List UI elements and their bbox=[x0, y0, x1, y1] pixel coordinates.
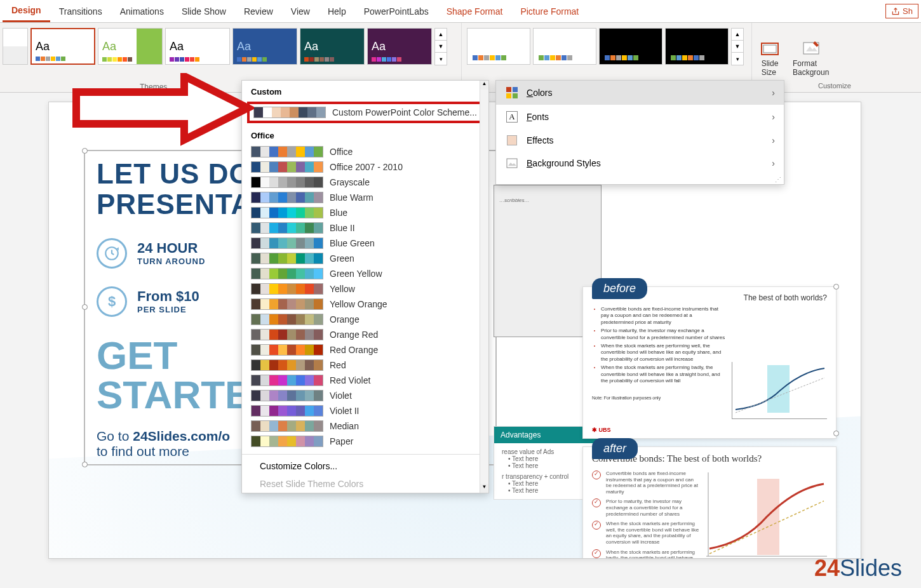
tab-review[interactable]: Review bbox=[235, 1, 282, 22]
slide-size-icon bbox=[760, 39, 780, 59]
theme-thumb-partial[interactable] bbox=[3, 28, 28, 65]
color-scheme-blue-green[interactable]: Blue Green bbox=[242, 236, 488, 251]
before-card[interactable]: before The best of both worlds? Converti… bbox=[582, 286, 837, 439]
before-badge: before bbox=[592, 278, 647, 299]
color-scheme-grayscale[interactable]: Grayscale bbox=[242, 175, 488, 190]
office-section: Office bbox=[242, 124, 488, 144]
themes-scroll-up[interactable]: ▲ bbox=[435, 29, 447, 41]
share-button[interactable]: Sh bbox=[885, 4, 918, 18]
variants-bg-styles[interactable]: Background Styles › bbox=[496, 152, 784, 175]
tab-view[interactable]: View bbox=[282, 1, 319, 22]
variant-4[interactable] bbox=[665, 28, 729, 65]
ribbon-tabs: Design Transitions Animations Slide Show… bbox=[0, 0, 921, 23]
variants-effects[interactable]: Effects › bbox=[496, 129, 784, 152]
theme-thumb-4[interactable]: Aa bbox=[232, 28, 297, 65]
tab-transitions[interactable]: Transitions bbox=[50, 1, 111, 22]
theme-thumb-6[interactable]: Aa bbox=[367, 28, 432, 65]
clock-icon bbox=[97, 238, 127, 269]
theme-thumb-3[interactable]: Aa bbox=[165, 28, 230, 65]
color-scheme-median[interactable]: Median bbox=[242, 418, 488, 434]
color-menu-scrollbar[interactable]: ▲ ▼ bbox=[480, 81, 488, 493]
fonts-icon: A bbox=[506, 111, 517, 123]
custom-scheme-highlighted[interactable]: Custom PowerPoint Color Scheme... bbox=[247, 102, 483, 123]
themes-more[interactable]: ▾ bbox=[435, 53, 447, 65]
color-scheme-yellow[interactable]: Yellow bbox=[242, 281, 488, 297]
color-scheme-blue[interactable]: Blue bbox=[242, 205, 488, 220]
format-background-button[interactable]: Format Backgroun bbox=[793, 39, 829, 77]
color-scheme-green[interactable]: Green bbox=[242, 251, 488, 266]
selection-handle[interactable] bbox=[82, 304, 88, 310]
svg-rect-7 bbox=[507, 159, 517, 168]
svg-rect-9 bbox=[767, 365, 790, 413]
color-scheme-violet[interactable]: Violet bbox=[242, 388, 488, 403]
chevron-right-icon: › bbox=[772, 88, 775, 98]
tab-design[interactable]: Design bbox=[3, 0, 50, 22]
chevron-right-icon: › bbox=[772, 158, 775, 168]
tab-pptlabs[interactable]: PowerPointLabs bbox=[355, 1, 438, 22]
after-bullets: Convertible bonds are fixed-income instr… bbox=[592, 471, 700, 559]
color-scheme-red-violet[interactable]: Red Violet bbox=[242, 373, 488, 388]
tab-slideshow[interactable]: Slide Show bbox=[173, 1, 235, 22]
after-chart bbox=[706, 472, 827, 559]
variant-3[interactable] bbox=[599, 28, 662, 65]
variants-scroll-down[interactable]: ▼ bbox=[732, 41, 743, 53]
customize-label: Customize bbox=[818, 82, 851, 90]
color-scheme-office[interactable]: Office bbox=[242, 144, 488, 159]
bg-styles-icon bbox=[506, 158, 518, 168]
color-scheme-menu: ▲ ▼ Custom Custom PowerPoint Color Schem… bbox=[241, 80, 489, 493]
after-card[interactable]: after Convertible bonds: The best of bot… bbox=[582, 446, 837, 559]
color-scheme-violet-ii[interactable]: Violet II bbox=[242, 403, 488, 418]
chevron-right-icon: › bbox=[772, 112, 775, 122]
svg-rect-3 bbox=[506, 87, 511, 92]
chevron-right-icon: › bbox=[772, 135, 775, 145]
color-scheme-red-orange[interactable]: Red Orange bbox=[242, 342, 488, 357]
24slides-logo: 24Slides bbox=[814, 555, 902, 582]
slide-size-button[interactable]: Slide Size bbox=[760, 39, 780, 77]
color-scheme-yellow-orange[interactable]: Yellow Orange bbox=[242, 297, 488, 312]
svg-rect-4 bbox=[513, 87, 518, 92]
svg-rect-10 bbox=[757, 479, 779, 555]
variants-scroll-up[interactable]: ▲ bbox=[732, 29, 743, 41]
tab-shape-format[interactable]: Shape Format bbox=[438, 1, 512, 22]
custom-section: Custom bbox=[242, 81, 488, 100]
reset-theme-colors: Reset Slide Theme Colors bbox=[242, 475, 488, 493]
selection-handle[interactable] bbox=[833, 284, 839, 290]
tab-help[interactable]: Help bbox=[319, 1, 355, 22]
color-scheme-green-yellow[interactable]: Green Yellow bbox=[242, 266, 488, 281]
variant-2[interactable] bbox=[533, 28, 596, 65]
variants-dropdown: Colors › A Fonts › Effects › Background … bbox=[495, 80, 784, 185]
scroll-up-icon[interactable]: ▲ bbox=[480, 81, 488, 90]
customize-colors[interactable]: Customize Colors... bbox=[242, 457, 488, 475]
variants-fonts[interactable]: A Fonts › bbox=[496, 105, 784, 129]
variants-colors[interactable]: Colors › bbox=[496, 81, 784, 105]
color-scheme-red[interactable]: Red bbox=[242, 357, 488, 373]
theme-thumb-2[interactable]: Aa bbox=[98, 28, 163, 65]
color-scheme-blue-ii[interactable]: Blue II bbox=[242, 220, 488, 236]
variant-1[interactable] bbox=[467, 28, 530, 65]
tab-picture-format[interactable]: Picture Format bbox=[511, 1, 588, 22]
tab-animations[interactable]: Animations bbox=[111, 1, 173, 22]
variants-more[interactable]: ▾ bbox=[732, 53, 743, 65]
svg-rect-6 bbox=[513, 93, 518, 98]
resize-grip[interactable]: ⋰ bbox=[496, 175, 784, 184]
theme-thumb-1[interactable]: Aa bbox=[30, 28, 95, 65]
color-scheme-orange-red[interactable]: Orange Red bbox=[242, 327, 488, 342]
themes-scroll-down[interactable]: ▼ bbox=[435, 41, 447, 53]
svg-rect-5 bbox=[506, 93, 511, 98]
selection-handle[interactable] bbox=[82, 462, 88, 467]
effects-icon bbox=[507, 135, 517, 145]
before-chart bbox=[732, 362, 827, 419]
after-badge: after bbox=[592, 438, 638, 459]
color-scheme-blue-warm[interactable]: Blue Warm bbox=[242, 190, 488, 205]
themes-scroll: ▲ ▼ ▾ bbox=[434, 28, 447, 65]
annotation-arrow bbox=[70, 73, 254, 149]
ubs-logo: ✱ UBS bbox=[592, 427, 611, 433]
scroll-down-icon[interactable]: ▼ bbox=[480, 484, 488, 493]
theme-thumb-5[interactable]: Aa bbox=[300, 28, 365, 65]
color-scheme-orange[interactable]: Orange bbox=[242, 312, 488, 327]
dollar-icon: $ bbox=[97, 286, 127, 317]
color-scheme-office-2007-2010[interactable]: Office 2007 - 2010 bbox=[242, 159, 488, 175]
svg-rect-1 bbox=[763, 45, 776, 53]
share-icon bbox=[891, 7, 900, 16]
color-scheme-paper[interactable]: Paper bbox=[242, 434, 488, 449]
